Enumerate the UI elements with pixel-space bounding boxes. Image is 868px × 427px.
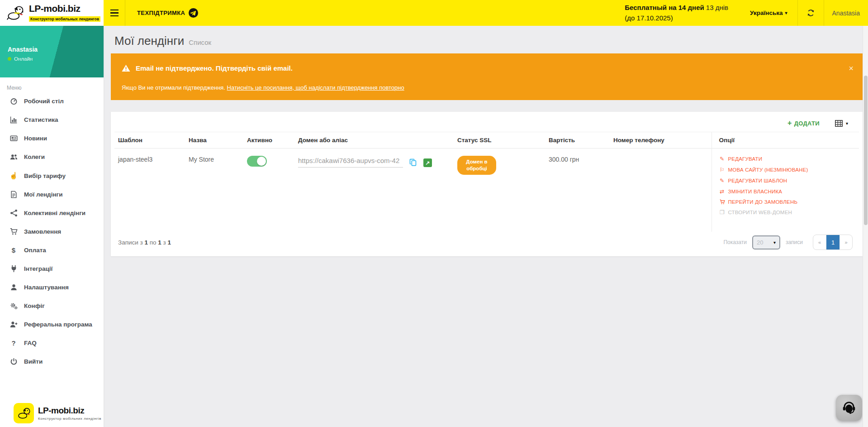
plus-icon: + — [787, 119, 792, 127]
brand-logo[interactable]: LP-mobi.biz Конструктор мобильных лендин… — [0, 0, 104, 26]
sidebar-menu: Робочий стіл Статистика Новини Колеги ☝ … — [0, 92, 104, 371]
sidebar-user-name: Anastasia — [8, 46, 104, 53]
sidebar-item-logout[interactable]: Вийти — [0, 352, 104, 371]
column-header-ssl: Статус SSL — [454, 132, 545, 149]
footer-brand-title: LP-mobi.biz — [38, 406, 101, 416]
chevron-down-icon: ▾ — [773, 240, 776, 245]
sidebar-item-orders[interactable]: Замовлення — [0, 222, 104, 241]
vertical-scrollbar[interactable] — [863, 26, 868, 427]
sidebar-item-label: Замовлення — [24, 228, 61, 235]
sidebar-item-settings[interactable]: Налаштування — [0, 278, 104, 297]
topbar-right: Бесплатный на 14 дней 13 днів (до 17.10.… — [625, 0, 868, 26]
sidebar-item-statistics[interactable]: Статистика — [0, 110, 104, 129]
my-landings-icon — [9, 191, 19, 198]
refresh-icon — [807, 9, 815, 17]
trial-plan: Бесплатный на 14 дней — [625, 4, 704, 11]
table-grid-icon — [835, 120, 843, 127]
pagination-page-1-button[interactable]: 1 — [826, 235, 840, 249]
table-columns-button[interactable]: ▾ — [835, 120, 848, 127]
sidebar-item-label: Робочий стіл — [24, 98, 64, 105]
sidebar-item-label: Статистика — [24, 116, 58, 123]
online-status-label: Онлайн — [14, 56, 33, 62]
sidebar-item-tariff[interactable]: ☝ Вибір тарифу — [0, 166, 104, 185]
sidebar-item-collective-landings[interactable]: Колективні лендінги — [0, 204, 104, 222]
stats-icon — [9, 116, 19, 124]
option-edit[interactable]: ✎ РЕДАГУВАТИ — [719, 156, 856, 162]
cell-phone — [610, 149, 711, 232]
option-label: РЕДАГУВАТИ ШАБЛОН — [728, 178, 787, 183]
online-status-dot — [8, 57, 11, 61]
sidebar-item-label: Оплата — [24, 247, 46, 254]
option-site-language[interactable]: ⚐ МОВА САЙТУ (НЕЗМІНЮВАНЕ) — [719, 167, 856, 173]
sidebar-item-payment[interactable]: $ Оплата — [0, 241, 104, 259]
option-edit-template[interactable]: ✎ РЕДАГУВАТИ ШАБЛОН — [719, 178, 856, 184]
sidebar-item-label: Новини — [24, 135, 47, 142]
sidebar-item-my-landings[interactable]: Мої лендінги — [0, 185, 104, 204]
open-landing-button[interactable]: ↗ — [423, 158, 432, 167]
sidebar-item-colleagues[interactable]: Колеги — [0, 148, 104, 166]
topbar-user-menu[interactable]: Anastasia — [824, 10, 868, 17]
option-change-owner[interactable]: ⇄ ЗМІНИТИ ВЛАСНИКА — [719, 188, 856, 195]
column-header-name: Назва — [185, 132, 243, 149]
close-icon[interactable]: × — [849, 64, 854, 72]
sidebar: Anastasia Онлайн Меню Робочий стіл Стати… — [0, 26, 104, 427]
support-chat-button[interactable] — [836, 395, 862, 421]
sidebar-item-label: Колеги — [24, 154, 45, 160]
landings-table: Шаблон Назва Активно Домен або аліас Ста… — [114, 132, 859, 232]
sidebar-item-dashboard[interactable]: Робочий стіл — [0, 92, 104, 110]
language-selector[interactable]: Українська ▾ — [740, 10, 797, 16]
alert-hint: Якщо Ви не отримали підтвердження. — [122, 84, 227, 91]
share-icon — [9, 209, 19, 217]
sidebar-item-faq[interactable]: ? FAQ — [0, 334, 104, 352]
scrollbar-thumb[interactable] — [864, 76, 868, 225]
column-header-active: Активно — [243, 132, 294, 149]
menu-section-label: Меню — [0, 77, 104, 92]
option-go-to-orders[interactable]: ПЕРЕЙТИ ДО ЗАМОВЛЕНЬ — [719, 199, 856, 205]
warning-icon — [122, 64, 130, 72]
dog-mascot-icon — [14, 403, 34, 423]
sidebar-item-news[interactable]: Новини — [0, 129, 104, 148]
copy-domain-button[interactable] — [409, 158, 417, 168]
dollar-icon: $ — [9, 246, 19, 254]
alert-message: Email не підтверджено. Підтвердіть свій … — [136, 64, 293, 72]
pagination-next-button[interactable]: » — [840, 235, 852, 249]
cart-icon — [9, 228, 19, 235]
news-icon — [9, 134, 19, 142]
option-label: ПЕРЕЙТИ ДО ЗАМОВЛЕНЬ — [728, 199, 798, 205]
column-header-phone: Номер телефону — [610, 132, 711, 149]
copy-icon — [409, 158, 417, 166]
table-header-row: Шаблон Назва Активно Домен або аліас Ста… — [114, 132, 859, 149]
records-label: записи — [786, 239, 803, 245]
power-icon — [9, 358, 19, 365]
sidebar-footer-logo[interactable]: LP-mobi.biz Конструктор мобільних лендін… — [0, 403, 104, 423]
topbar: LP-mobi.biz Конструктор мобильных лендин… — [0, 0, 868, 26]
sidebar-item-config[interactable]: Конфіг — [0, 297, 104, 315]
dog-mascot-icon — [5, 5, 25, 22]
resend-confirmation-link[interactable]: Натисніть це посилання, щоб надіслати пі… — [227, 84, 404, 91]
sidebar-item-label: Вибір тарифу — [24, 173, 66, 179]
domain-input[interactable] — [298, 156, 403, 168]
user-icon — [9, 283, 19, 291]
brand-subtitle: Конструктор мобильных лендингов — [29, 16, 100, 22]
add-landing-button[interactable]: + ДОДАТИ — [787, 119, 820, 127]
sidebar-item-integrations[interactable]: Інтеграції — [0, 259, 104, 278]
sidebar-user-panel: Anastasia Онлайн — [0, 26, 104, 77]
sidebar-item-label: Колективні лендінги — [24, 210, 85, 216]
active-toggle[interactable] — [247, 156, 267, 167]
pagination-prev-button[interactable]: « — [813, 235, 826, 249]
sidebar-item-label: Конфіг — [24, 302, 45, 309]
trial-until: (до 17.10.2025) — [625, 13, 728, 24]
add-button-label: ДОДАТИ — [794, 120, 820, 127]
show-label: Показати — [723, 239, 746, 245]
refresh-button[interactable] — [798, 0, 824, 26]
cart-icon — [719, 199, 726, 205]
column-header-domain: Домен або аліас — [294, 132, 454, 149]
clone-icon: ❐ — [719, 209, 726, 216]
sidebar-item-referral[interactable]: Реферальна програма — [0, 315, 104, 334]
language-icon: ⚐ — [719, 167, 726, 173]
support-link[interactable]: ТЕХПІДТРИМКА — [125, 0, 210, 26]
sidebar-item-label: Вийти — [24, 358, 43, 365]
menu-toggle-button[interactable] — [104, 0, 125, 26]
question-icon: ? — [9, 339, 19, 347]
sidebar-item-label: Інтеграції — [24, 265, 52, 272]
